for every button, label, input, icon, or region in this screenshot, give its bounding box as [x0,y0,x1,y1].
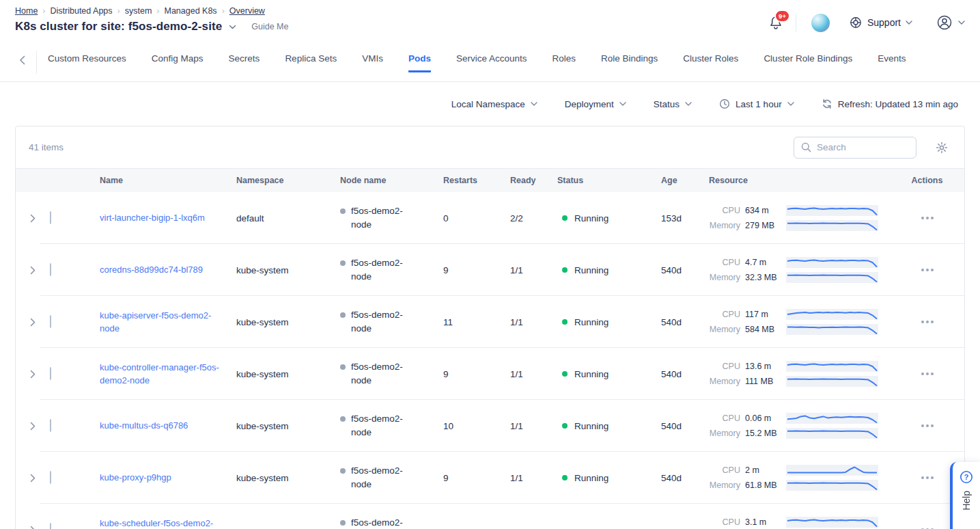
tab-config-maps[interactable]: Config Maps [152,53,204,72]
memory-sparkline-chart [786,428,878,439]
memory-sparkline-chart [786,324,878,335]
row-checkbox[interactable] [50,315,51,328]
row-actions-ellipsis-button[interactable] [917,368,938,379]
node-name-cell: f5os-demo2-node [340,464,443,492]
memory-sparkline-chart [786,376,878,387]
cpu-value: 4.7 m [745,258,782,267]
resource-cell: CPU 2 m Memory 61.8 MB [709,465,890,491]
row-checkbox[interactable] [50,367,51,380]
status-cell: Running [557,369,661,379]
pod-name-link[interactable]: kube-proxy-p9hgp [100,472,171,483]
tab-roles[interactable]: Roles [552,53,576,72]
row-actions-ellipsis-button[interactable] [917,264,938,275]
row-expander[interactable] [16,474,50,483]
row-expander[interactable] [16,370,50,379]
row-actions-ellipsis-button[interactable] [917,472,938,483]
table-settings-gear-icon[interactable] [936,141,948,154]
cpu-sparkline-chart [786,257,878,268]
cpu-value: 117 m [745,310,782,319]
pod-name-link[interactable]: kube-scheduler-f5os-demo2-node [100,518,213,529]
time-range-filter[interactable]: Last 1 hour [719,98,794,109]
help-tab[interactable]: ? Help [950,462,980,529]
support-menu[interactable]: Support [849,16,912,29]
row-checkbox[interactable] [50,523,51,529]
column-header-node-name[interactable]: Node name [340,176,443,185]
deployment-filter[interactable]: Deployment [565,99,626,109]
tab-pods[interactable]: Pods [408,53,431,72]
top-header: Home › Distributed Apps › system › Manag… [0,0,980,42]
row-checkbox[interactable] [50,263,51,276]
row-expander[interactable] [16,266,50,275]
pod-name-link[interactable]: coredns-88d99dc74-bl789 [100,264,203,275]
tenant-avatar[interactable] [811,14,830,32]
guide-me-link[interactable]: Guide Me [251,22,288,31]
tab-service-accounts[interactable]: Service Accounts [456,53,527,72]
node-name-cell: f5os-demo2-node [340,256,443,284]
column-header-actions: Actions [890,176,964,185]
tabs: Custom ResourcesConfig MapsSecretsReplic… [44,53,906,72]
row-expander[interactable] [16,422,50,431]
row-expander[interactable] [16,214,50,223]
user-menu[interactable] [936,14,965,31]
tab-cluster-role-bindings[interactable]: Cluster Role Bindings [764,53,852,72]
tabs-scroll-left-button[interactable] [16,55,28,65]
pod-name-link[interactable]: kube-apiserver-f5os-demo2-node [100,310,211,334]
refresh-control[interactable]: Refresh: Updated 13 min ago [822,98,958,109]
column-header-name[interactable]: Name [74,176,236,185]
status-filter[interactable]: Status [654,99,692,109]
memory-value: 32.3 MB [745,273,782,282]
tab-secrets[interactable]: Secrets [229,53,260,72]
column-header-namespace[interactable]: Namespace [236,176,340,185]
tab-events[interactable]: Events [878,53,906,72]
chevron-right-icon [30,526,36,529]
node-name-cell: f5os-demo2-node [340,516,443,529]
pod-name-link[interactable]: kube-multus-ds-q6786 [100,420,188,431]
age-cell: 540d [661,369,709,379]
resource-cell: CPU 4.7 m Memory 32.3 MB [709,257,890,283]
row-expander[interactable] [16,526,50,529]
column-header-restarts[interactable]: Restarts [443,176,510,185]
breadcrumb-system[interactable]: system [125,6,152,16]
refresh-label: Refresh: Updated 13 min ago [838,99,958,109]
table-body: virt-launcher-bigip-1-lxq6m default f5os… [16,192,964,529]
row-checkbox[interactable] [50,471,51,484]
items-count: 41 items [29,142,64,152]
search-input[interactable] [817,142,909,152]
row-checkbox[interactable] [50,211,51,224]
deployment-filter-label: Deployment [565,99,614,109]
tab-cluster-roles[interactable]: Cluster Roles [683,53,738,72]
tab-custom-resources[interactable]: Custom Resources [48,53,126,72]
title-dropdown-chevron-icon[interactable] [229,25,236,29]
chevron-right-icon: › [222,6,225,16]
tab-replica-sets[interactable]: Replica Sets [285,53,337,72]
namespace-filter[interactable]: Local Namespace [451,99,537,109]
memory-value: 111 MB [745,377,782,386]
breadcrumb-distributed-apps[interactable]: Distributed Apps [51,6,113,16]
chevron-right-icon [30,318,36,327]
breadcrumb-home[interactable]: Home [15,6,38,16]
column-header-age[interactable]: Age [661,176,709,185]
column-header-ready[interactable]: Ready [510,176,557,185]
row-actions-ellipsis-button[interactable] [917,524,938,529]
column-header-resource[interactable]: Resource [709,176,890,185]
table-header-row: Name Namespace Node name Restarts Ready … [16,169,964,192]
age-cell: 540d [661,317,709,327]
notifications-button[interactable]: 9+ [768,14,783,31]
chevron-down-icon [787,102,794,106]
pod-name-link[interactable]: virt-launcher-bigip-1-lxq6m [100,213,205,223]
pod-name-link[interactable]: kube-controller-manager-f5os-demo2-node [100,362,219,386]
row-checkbox[interactable] [50,419,51,432]
breadcrumb-managed-k8s[interactable]: Managed K8s [164,6,216,16]
row-expander[interactable] [16,318,50,327]
resource-cell: CPU 3.1 m Memory [709,517,890,529]
row-actions-ellipsis-button[interactable] [917,316,938,327]
refresh-icon [822,98,832,109]
tab-role-bindings[interactable]: Role Bindings [601,53,658,72]
row-actions-ellipsis-button[interactable] [917,420,938,431]
row-actions-ellipsis-button[interactable] [917,213,938,223]
breadcrumb-overview[interactable]: Overview [229,6,265,16]
column-header-status[interactable]: Status [557,176,661,185]
tab-vmis[interactable]: VMIs [362,53,383,72]
memory-label: Memory [709,377,740,386]
memory-sparkline-chart [786,480,878,491]
